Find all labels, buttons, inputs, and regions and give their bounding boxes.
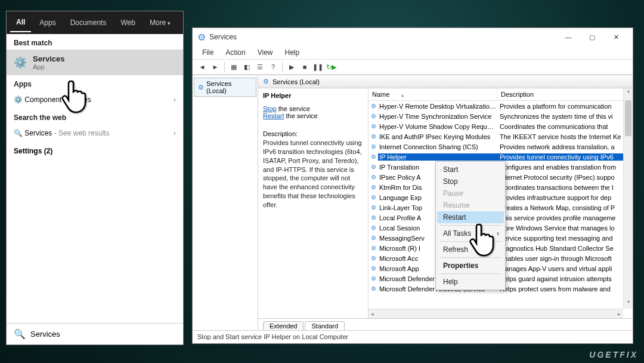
titlebar[interactable]: ⚙ Services — ▢ ✕: [193, 28, 633, 46]
gear-icon: ⚙️: [14, 56, 27, 69]
ctx-refresh[interactable]: Refresh: [437, 244, 504, 256]
maximize-button[interactable]: ▢: [580, 29, 604, 45]
service-desc: Provides a platform for communication: [497, 103, 633, 110]
list-header[interactable]: Name▴ Description: [369, 88, 633, 101]
pause-button[interactable]: ❚❚: [312, 61, 324, 73]
restart-button[interactable]: ↻▶: [325, 61, 337, 73]
service-name: IP Helper: [378, 153, 497, 161]
help-button[interactable]: ?: [267, 61, 279, 73]
ctx-restart[interactable]: Restart: [437, 211, 504, 223]
app-row-title: ⚙️ Component Services: [14, 96, 91, 104]
service-row[interactable]: ⚙IKE and AuthIP IPsec Keying ModulesThe …: [369, 131, 633, 141]
tab-documents[interactable]: Documents: [64, 14, 113, 32]
service-desc: Service supporting text messaging and: [497, 235, 633, 242]
menu-action[interactable]: Action: [221, 47, 250, 58]
description-text: Provides tunnel connectivity using IPv6 …: [263, 139, 363, 210]
view-tabs: Extended Standard: [258, 318, 633, 330]
menu-view[interactable]: View: [253, 47, 278, 58]
service-name: Hyper-V Remote Desktop Virtualization...: [378, 103, 497, 110]
service-row[interactable]: ⚙Internet Connection Sharing (ICS)Provid…: [369, 141, 633, 152]
gear-icon: ⚙: [369, 204, 378, 211]
restart-link[interactable]: Restart: [263, 112, 284, 119]
service-row[interactable]: ⚙Hyper-V Volume Shadow Copy Reques...Coo…: [369, 121, 633, 131]
menu-file[interactable]: File: [197, 47, 218, 58]
tab-standard[interactable]: Standard: [305, 321, 345, 330]
play-button[interactable]: ▶: [286, 61, 298, 73]
service-name: Internet Connection Sharing (ICS): [378, 143, 497, 150]
gear-icon: ⚙: [369, 133, 378, 140]
gear-icon: ⚙: [369, 174, 378, 180]
toolbar-button[interactable]: ◧: [241, 61, 253, 73]
gear-icon: ⚙: [197, 32, 206, 43]
toolbar-button[interactable]: ▦: [228, 61, 240, 73]
result-title: Services: [33, 54, 65, 63]
menu-help[interactable]: Help: [280, 47, 305, 58]
gear-icon: ⚙: [198, 84, 204, 91]
service-desc: Coordinates the communications that: [497, 123, 633, 130]
stop-link[interactable]: Stop: [263, 105, 277, 112]
services-window: ⚙ Services — ▢ ✕ File Action View Help ◄…: [192, 27, 633, 344]
settings-row[interactable]: Settings (2): [7, 142, 183, 160]
ctx-properties[interactable]: Properties: [437, 260, 504, 272]
service-name: Hyper-V Volume Shadow Copy Reques...: [378, 123, 497, 130]
stop-tail: the service: [277, 105, 310, 112]
toolbar: ◄ ► ▦ ◧ ☰ ? ▶ ■ ❚❚ ↻▶: [193, 59, 633, 75]
ctx-pause: Pause: [437, 187, 504, 199]
ctx-help[interactable]: Help: [437, 276, 504, 288]
ctx-all-tasks[interactable]: All Tasks: [437, 227, 504, 239]
gear-icon: ⚙: [369, 285, 378, 292]
column-name[interactable]: Name▴: [369, 88, 497, 100]
forward-button[interactable]: ►: [209, 61, 221, 73]
service-row[interactable]: ⚙Hyper-V Time Synchronization ServiceSyn…: [369, 111, 633, 121]
context-menu: Start Stop Pause Resume Restart All Task…: [435, 161, 506, 290]
minimize-button[interactable]: —: [556, 29, 580, 45]
horizontal-scrollbar[interactable]: ◂▸: [369, 309, 623, 318]
service-desc: Coordinates transactions between the I: [497, 184, 633, 191]
details-pane: IP Helper Stop the service Restart the s…: [258, 88, 369, 318]
service-row[interactable]: ⚙Hyper-V Remote Desktop Virtualization..…: [369, 101, 633, 111]
column-description[interactable]: Description: [497, 88, 633, 100]
ctx-stop[interactable]: Stop: [437, 176, 504, 187]
service-name: IKE and AuthIP IPsec Keying Modules: [378, 133, 497, 140]
scrollbar-thumb[interactable]: [625, 100, 631, 136]
app-row-component-services[interactable]: ⚙️ Component Services ›: [7, 91, 183, 109]
service-row[interactable]: ⚙IP HelperProvides tunnel connectivity u…: [369, 152, 633, 162]
tab-web[interactable]: Web: [114, 14, 141, 32]
selected-service-name: IP Helper: [263, 92, 363, 99]
service-desc: Configures and enables translation from: [497, 164, 633, 171]
search-box[interactable]: 🔍: [7, 323, 183, 344]
tree-item-services-local[interactable]: ⚙ Services (Local): [194, 78, 256, 97]
nav-tree[interactable]: ⚙ Services (Local): [193, 75, 258, 330]
service-desc: Provides network address translation, a: [497, 143, 633, 150]
gear-icon: ⚙: [369, 113, 378, 119]
gear-icon: ⚙: [369, 255, 378, 262]
service-desc: Enables user sign-in through Microsoft: [497, 255, 633, 262]
start-search-tabs: All Apps Documents Web More: [7, 11, 183, 34]
service-desc: The IKEEXT service hosts the Internet Ke: [497, 133, 633, 140]
gear-icon: ⚙: [369, 224, 378, 231]
gear-icon: ⚙: [263, 78, 269, 85]
tab-more[interactable]: More: [144, 14, 177, 32]
tab-extended[interactable]: Extended: [263, 321, 304, 330]
spacer: [7, 160, 183, 323]
best-match-label: Best match: [7, 34, 183, 50]
tab-apps[interactable]: Apps: [33, 14, 61, 32]
search-input[interactable]: [30, 330, 176, 339]
web-result-row[interactable]: 🔍 Services - See web results ›: [7, 124, 183, 142]
tab-all[interactable]: All: [10, 13, 31, 32]
close-button[interactable]: ✕: [604, 29, 628, 45]
vertical-scrollbar[interactable]: ▴ ▾: [623, 88, 633, 309]
gear-icon: ⚙: [369, 103, 378, 109]
stop-button[interactable]: ■: [299, 61, 311, 73]
window-title: Services: [209, 33, 556, 41]
properties-button[interactable]: ☰: [254, 61, 266, 73]
ctx-start[interactable]: Start: [437, 164, 504, 176]
apps-label: Apps: [7, 75, 183, 91]
best-match-result[interactable]: ⚙️ Services App: [7, 50, 183, 75]
search-web-label: Search the web: [7, 109, 183, 124]
service-desc: Helps protect users from malware and: [497, 285, 633, 293]
service-desc: Provides infrastructure support for dep: [497, 194, 633, 201]
gear-icon: ⚙: [369, 275, 378, 282]
back-button[interactable]: ◄: [196, 61, 208, 73]
result-sub: App: [33, 63, 65, 70]
